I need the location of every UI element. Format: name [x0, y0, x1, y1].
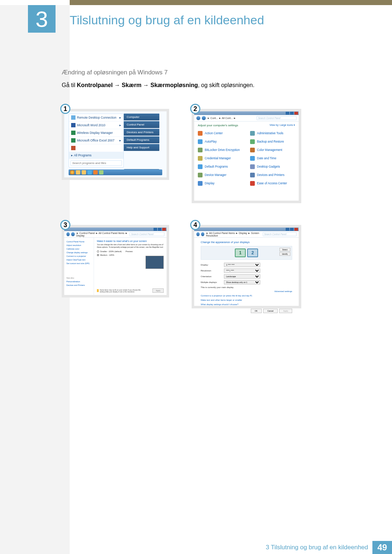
chapter-title: Tilslutning og brug af en kildeenhed — [70, 13, 264, 27]
instr-a2: → — [142, 82, 151, 88]
control-panel-item[interactable]: Date and Time — [250, 154, 295, 163]
maximize-icon[interactable] — [290, 228, 294, 231]
taskbar-explorer-icon[interactable] — [76, 170, 80, 175]
close-icon[interactable] — [294, 112, 298, 115]
detect-button[interactable]: Detect — [279, 248, 290, 251]
start-item-blank — [69, 144, 123, 152]
all-programs[interactable]: ▸ All Programs — [69, 152, 123, 159]
search-box[interactable]: Search Control Panel — [130, 232, 164, 236]
breadcrumb[interactable]: ► Cont... ► All Cont... ► — [207, 117, 236, 119]
dialog-footer: OK Cancel Apply — [201, 307, 292, 313]
start-item-label: Wireless Display Manager — [77, 131, 121, 135]
nav-back-icon[interactable] — [66, 232, 70, 236]
cancel-button[interactable]: Cancel — [263, 309, 277, 313]
start-item[interactable]: Microsoft Word 2010▸ — [69, 122, 123, 129]
row-display: Display:1.**** **** — [201, 262, 292, 268]
search-box[interactable]: Search Control Panel — [257, 116, 297, 120]
app-icon — [71, 131, 75, 135]
display-main: Make it easier to read what's on your sc… — [94, 238, 167, 295]
control-panel-item[interactable]: AutoPlay — [198, 138, 243, 146]
help-link[interactable]: What display settings should I choose? — [201, 303, 238, 305]
breadcrumb-bar: ► All Control Panel Items ► Display ► Sc… — [194, 231, 299, 238]
side-link[interactable]: Set custom text size (DPI) — [66, 262, 91, 265]
minimize-icon[interactable] — [286, 228, 289, 231]
control-panel-item[interactable]: Desktop Gadgets — [250, 163, 295, 171]
control-panel-item[interactable]: Backup and Restore — [250, 138, 295, 146]
start-item-label: Microsoft Word 2010 — [77, 123, 119, 127]
search-input[interactable] — [70, 160, 122, 166]
control-panel-item[interactable]: Administrative Tools — [250, 129, 295, 138]
start-right-item[interactable]: Help and Support — [124, 144, 159, 151]
close-icon[interactable] — [162, 228, 166, 231]
cp-item-icon — [198, 173, 203, 177]
start-right-item[interactable]: Control Panel — [124, 121, 159, 128]
control-panel-item[interactable]: Device Manager — [198, 171, 243, 179]
control-panel-item[interactable]: Display — [198, 179, 243, 188]
search-box[interactable]: Search Control Panel — [263, 232, 297, 236]
start-right-item[interactable]: Default Programs — [124, 136, 159, 143]
taskbar-media-icon[interactable] — [93, 170, 98, 175]
breadcrumb[interactable]: ► Control Panel ► All Control Panel Item… — [76, 232, 128, 237]
start-orb-icon[interactable] — [70, 170, 74, 175]
control-panel-item[interactable]: Devices and Printers — [250, 171, 295, 179]
apply-button[interactable]: Apply — [279, 309, 292, 313]
textsize-link[interactable]: Make text and other items larger or smal… — [201, 299, 242, 301]
preview-monitor-icon — [146, 256, 164, 269]
orientation-select[interactable]: Landscape — [224, 274, 260, 279]
control-panel-item[interactable]: Default Programs — [198, 163, 243, 171]
nav-forward-icon[interactable] — [201, 232, 204, 236]
warning-row: Some items may not fit on your screen if… — [97, 289, 145, 293]
display-desc: You can change the size of text and othe… — [97, 243, 164, 248]
dpi-radio-smaller[interactable]: Smaller - 100% (default) Preview — [97, 250, 164, 253]
see-also-link[interactable]: Devices and Printers — [66, 283, 91, 287]
nav-back-icon[interactable] — [196, 116, 200, 120]
side-link[interactable]: Calibrate color — [66, 247, 91, 251]
side-link-home[interactable]: Control Panel Home — [66, 240, 91, 243]
close-icon[interactable] — [294, 228, 298, 231]
start-right-item[interactable]: Devices and Printers — [124, 129, 159, 136]
nav-back-icon[interactable] — [196, 232, 200, 236]
side-link[interactable]: Change display settings — [66, 251, 91, 254]
minimize-icon[interactable] — [286, 112, 289, 115]
cp-item-label: Color Management — [257, 148, 282, 152]
start-item[interactable]: Microsoft Office Excel 2007▸ — [69, 137, 123, 144]
monitor-1-icon[interactable]: 1 — [235, 249, 246, 257]
cp-item-icon — [250, 139, 255, 144]
display-select[interactable]: 1.**** **** — [224, 263, 260, 267]
control-panel-item[interactable]: Ease of Access Center — [250, 179, 295, 188]
minimize-icon[interactable] — [154, 228, 157, 231]
chapter-number-box: 3 — [28, 5, 56, 33]
control-panel-item[interactable]: Action Center — [198, 129, 243, 138]
advanced-settings-link[interactable]: Advanced settings — [201, 290, 292, 293]
side-link[interactable]: Adjust resolution — [66, 243, 91, 247]
control-panel-item[interactable]: Color Management — [250, 146, 295, 154]
screenshot-display-dpi: ► Control Panel ► All Control Panel Item… — [62, 225, 169, 297]
identify-button[interactable]: Identify — [279, 252, 290, 256]
apply-button[interactable]: Apply — [152, 288, 164, 293]
row-orientation: Orientation:Landscape — [201, 274, 292, 279]
nav-forward-icon[interactable] — [71, 232, 74, 236]
side-link[interactable]: Adjust ClearType text — [66, 258, 91, 262]
maximize-icon[interactable] — [158, 228, 162, 231]
monitor-2-icon[interactable]: 2 — [247, 249, 258, 257]
multiple-select[interactable]: Show desktop only on 1 — [224, 280, 260, 284]
radio-label: Medium - 125% — [100, 254, 114, 256]
maximize-icon[interactable] — [290, 112, 294, 115]
projector-link[interactable]: Connect to a projector (or press the ⊞ k… — [201, 295, 252, 297]
side-link[interactable]: Connect to a projector — [66, 254, 91, 258]
start-item[interactable]: Remote Desktop Connection▸ — [69, 114, 123, 122]
ok-button[interactable]: OK — [251, 309, 262, 313]
control-panel-item[interactable]: Credential Manager — [198, 154, 243, 163]
control-panel-item[interactable]: BitLocker Drive Encryption — [198, 146, 243, 154]
nav-forward-icon[interactable] — [202, 116, 206, 120]
taskbar-note-icon[interactable] — [99, 170, 103, 175]
start-item[interactable]: Wireless Display Manager — [69, 129, 123, 137]
start-right-item[interactable]: Computer — [124, 114, 159, 120]
taskbar-folder-icon[interactable] — [82, 170, 86, 175]
app-icon — [71, 138, 75, 143]
see-also-link[interactable]: Personalization — [66, 280, 91, 283]
view-by-link[interactable]: View by: Large icons ▾ — [270, 124, 295, 127]
resolution-select[interactable]: **** | **** — [224, 268, 260, 273]
taskbar-ie-icon[interactable] — [87, 170, 92, 175]
breadcrumb[interactable]: ► All Control Panel Items ► Display ► Sc… — [206, 232, 261, 237]
